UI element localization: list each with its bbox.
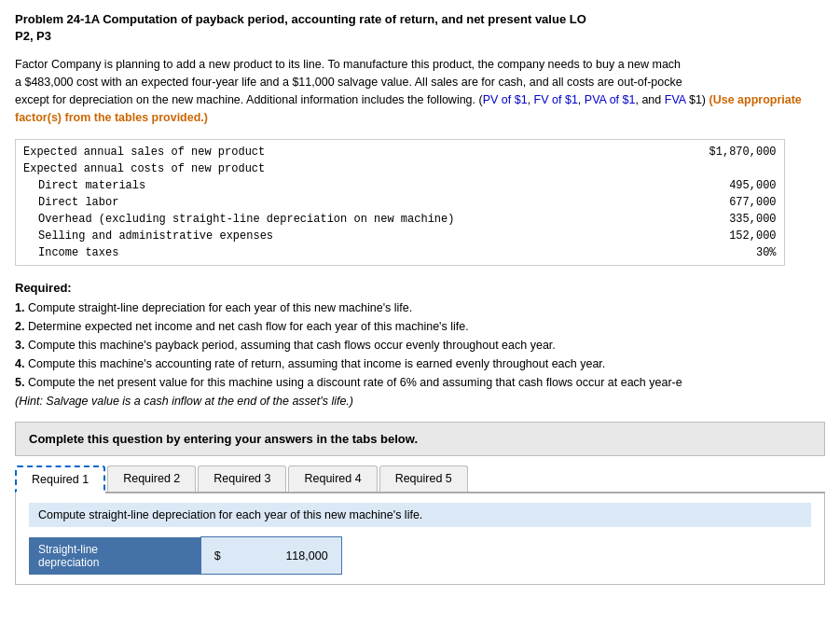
list-item: 3. Compute this machine's payback period…	[15, 336, 825, 354]
row-value: 30%	[554, 244, 784, 266]
tab-required-4[interactable]: Required 4	[288, 465, 377, 492]
tabs-container: Required 1 Required 2 Required 3 Require…	[15, 465, 825, 493]
row-label: Selling and administrative expenses	[16, 228, 554, 244]
required-section: Required: 1. Compute straight-line depre…	[15, 281, 825, 410]
required-title: Required:	[15, 281, 825, 295]
list-item: 5. Compute the net present value for thi…	[15, 373, 825, 392]
complete-box: Complete this question by entering your …	[15, 422, 825, 456]
table-row: Expected annual costs of new product	[16, 160, 785, 177]
row-value: $1,870,000	[554, 140, 784, 161]
fv-link[interactable]: FV of $1	[534, 93, 578, 106]
table-row: Overhead (excluding straight-line deprec…	[16, 211, 785, 228]
tab-instruction: Compute straight-line depreciation for e…	[29, 503, 811, 527]
answer-value-cell[interactable]: $ 118,000	[200, 537, 341, 575]
tab-required-2[interactable]: Required 2	[107, 465, 196, 492]
row-value: 495,000	[554, 177, 784, 194]
pva-link[interactable]: PVA of $1	[585, 93, 636, 106]
row-value	[554, 160, 784, 177]
problem-title: Problem 24-1A Computation of payback per…	[15, 11, 825, 45]
row-label: Expected annual sales of new product	[16, 140, 554, 161]
tab-required-1[interactable]: Required 1	[15, 465, 105, 493]
tab-required-3[interactable]: Required 3	[198, 465, 286, 492]
list-item: 2. Determine expected net income and net…	[15, 317, 825, 336]
table-row: Direct labor 677,000	[16, 194, 785, 211]
row-value: 677,000	[554, 194, 784, 211]
row-label: Expected annual costs of new product	[16, 160, 554, 177]
answer-table: Straight-linedepreciation $ 118,000	[29, 536, 342, 575]
table-row: Income taxes 30%	[16, 244, 785, 266]
tab-content-area: Compute straight-line depreciation for e…	[15, 493, 825, 585]
table-row: Direct materials 495,000	[16, 177, 785, 194]
row-label: Income taxes	[16, 244, 554, 266]
row-label: Overhead (excluding straight-line deprec…	[16, 211, 554, 228]
row-label: Direct materials	[16, 177, 554, 194]
table-row: Expected annual sales of new product $1,…	[16, 140, 785, 161]
required-list: 1. Compute straight-line depreciation fo…	[15, 299, 825, 410]
list-item-hint: (Hint: Salvage value is a cash inflow at…	[15, 392, 825, 410]
row-value: 335,000	[554, 211, 784, 228]
pv-link[interactable]: PV of $1	[483, 93, 528, 106]
table-row: Selling and administrative expenses 152,…	[16, 228, 785, 244]
answer-number: 118,000	[225, 549, 334, 562]
fva-link[interactable]: FVA	[665, 93, 686, 106]
data-table: Expected annual sales of new product $1,…	[15, 139, 785, 266]
problem-description: Factor Company is planning to add a new …	[15, 56, 825, 126]
answer-row: Straight-linedepreciation $ 118,000	[29, 537, 341, 575]
dollar-sign: $	[209, 546, 225, 566]
tab-required-5[interactable]: Required 5	[379, 465, 468, 492]
list-item: 4. Compute this machine's accounting rat…	[15, 354, 825, 373]
answer-label: Straight-linedepreciation	[29, 537, 200, 575]
row-value: 152,000	[554, 228, 784, 244]
list-item: 1. Compute straight-line depreciation fo…	[15, 299, 825, 317]
row-label: Direct labor	[16, 194, 554, 211]
